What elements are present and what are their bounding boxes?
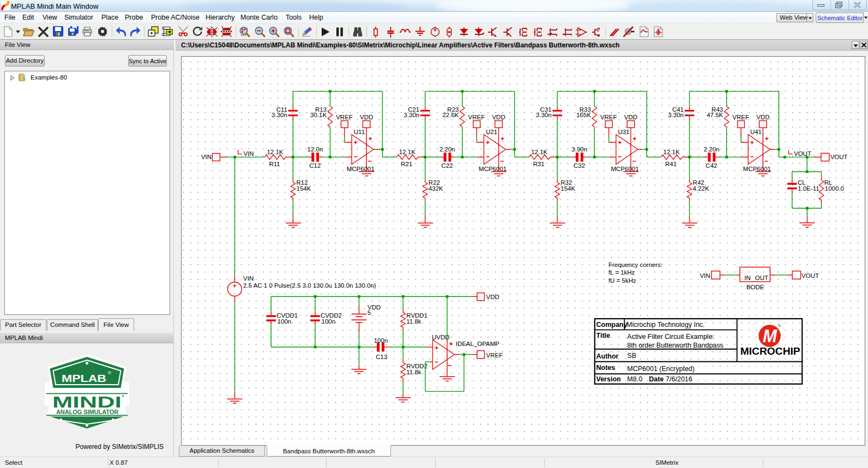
svg-text:12.1K: 12.1K xyxy=(531,149,547,155)
svg-text:3.30n: 3.30n xyxy=(403,112,419,118)
svg-text:U21: U21 xyxy=(486,129,497,135)
svg-text:R11: R11 xyxy=(269,161,280,167)
svg-text:1000.0: 1000.0 xyxy=(825,185,844,192)
svg-text:VDD: VDD xyxy=(624,114,637,120)
svg-text:ANALOG SIMULATOR: ANALOG SIMULATOR xyxy=(56,409,119,415)
svg-text:R21: R21 xyxy=(401,161,412,167)
svg-text:100n: 100n xyxy=(374,337,388,344)
svg-text:VREF: VREF xyxy=(600,114,617,120)
svg-text:Author: Author xyxy=(596,352,619,360)
svg-text:C22: C22 xyxy=(442,162,453,169)
svg-text:C12: C12 xyxy=(309,162,321,169)
svg-text:VOUT: VOUT xyxy=(830,154,848,160)
svg-text:5: 5 xyxy=(367,309,371,316)
svg-text:MCP6001: MCP6001 xyxy=(611,166,638,172)
svg-text:C32: C32 xyxy=(574,162,585,169)
svg-text:3.30n: 3.30n xyxy=(272,112,287,118)
svg-text:2.5 AC 1 0 Pulse(2.5 3.0 130.0: 2.5 AC 1 0 Pulse(2.5 3.0 130.0u 130.0n 1… xyxy=(243,282,376,289)
svg-text:MCP6001: MCP6001 xyxy=(347,166,375,172)
svg-text:Title: Title xyxy=(596,332,611,339)
svg-text:M8.0: M8.0 xyxy=(627,375,642,383)
svg-text:U11: U11 xyxy=(354,129,365,135)
svg-text:Microchip Technology Inc.: Microchip Technology Inc. xyxy=(626,321,705,329)
svg-text:MCP6001: MCP6001 xyxy=(479,166,507,172)
svg-text:22.6K: 22.6K xyxy=(442,112,459,118)
svg-text:VOUT: VOUT xyxy=(794,150,811,157)
svg-text:11.8k: 11.8k xyxy=(406,369,421,375)
svg-text:M: M xyxy=(763,326,777,346)
svg-text:MCP6001: MCP6001 xyxy=(743,166,771,172)
svg-text:OUT: OUT xyxy=(755,275,768,281)
svg-text:7/6/2016: 7/6/2016 xyxy=(666,375,692,383)
svg-text:VIN: VIN xyxy=(201,154,212,160)
svg-text:VOUT: VOUT xyxy=(801,272,819,279)
svg-text:VIN: VIN xyxy=(700,272,710,279)
svg-text:BODE: BODE xyxy=(746,284,764,290)
svg-text:1.0E-11: 1.0E-11 xyxy=(798,185,819,192)
svg-text:8th order Butterworth Bandpass: 8th order Butterworth Bandpass xyxy=(627,342,724,349)
svg-text:MCP6001 (Encrypted): MCP6001 (Encrypted) xyxy=(627,365,695,373)
svg-text:4.22K: 4.22K xyxy=(693,185,709,192)
svg-text:VREF: VREF xyxy=(486,352,503,358)
svg-text:Active Filter Circuit Example:: Active Filter Circuit Example: xyxy=(627,333,714,341)
svg-text:MICROCHIP: MICROCHIP xyxy=(740,346,800,357)
svg-text:IN: IN xyxy=(744,275,751,281)
svg-text:Company: Company xyxy=(596,321,628,329)
svg-text:U41: U41 xyxy=(750,129,762,135)
svg-text:30.1K: 30.1K xyxy=(310,112,327,118)
svg-text:VREF: VREF xyxy=(336,114,353,120)
svg-text:VDD: VDD xyxy=(492,114,505,120)
svg-text:12.1K: 12.1K xyxy=(664,149,680,155)
svg-text:VDD: VDD xyxy=(486,294,499,300)
svg-text:R41: R41 xyxy=(665,161,677,167)
svg-text:2.20n: 2.20n xyxy=(704,146,720,153)
svg-text:165K: 165K xyxy=(576,112,591,118)
svg-text:VIN: VIN xyxy=(243,150,254,157)
svg-text:VIN: VIN xyxy=(243,275,254,282)
svg-text:MPLAB: MPLAB xyxy=(62,373,106,384)
svg-text:C13: C13 xyxy=(376,354,387,360)
svg-text:47.5K: 47.5K xyxy=(707,112,723,118)
svg-text:3.30n: 3.30n xyxy=(536,112,552,118)
svg-text:Frequency corners:: Frequency corners: xyxy=(608,262,662,268)
svg-text:U31: U31 xyxy=(618,129,630,135)
svg-text:3.90n: 3.90n xyxy=(571,146,587,153)
svg-text:100n: 100n xyxy=(322,318,336,325)
svg-text:Notes: Notes xyxy=(596,364,616,372)
svg-text:Date: Date xyxy=(649,375,664,383)
svg-text:SB: SB xyxy=(627,352,636,360)
svg-text:3.30n: 3.30n xyxy=(668,112,684,118)
svg-text:12.1K: 12.1K xyxy=(399,149,415,155)
svg-text:VDD: VDD xyxy=(360,114,373,120)
svg-text:IDEAL_OPAMP: IDEAL_OPAMP xyxy=(456,341,500,347)
svg-text:Version: Version xyxy=(596,375,621,383)
svg-text:12.1K: 12.1K xyxy=(267,149,283,155)
svg-text:432K: 432K xyxy=(429,185,443,192)
svg-text:12.0n: 12.0n xyxy=(308,146,323,153)
svg-text:MINDI: MINDI xyxy=(52,393,122,411)
svg-text:2.20n: 2.20n xyxy=(439,146,455,153)
svg-text:VREF: VREF xyxy=(468,114,485,120)
svg-text:VREF: VREF xyxy=(732,114,749,120)
svg-text:154K: 154K xyxy=(560,185,575,192)
svg-text:C42: C42 xyxy=(706,162,717,169)
svg-text:154K: 154K xyxy=(297,185,311,192)
svg-text:R31: R31 xyxy=(533,161,545,167)
svg-text:VDD: VDD xyxy=(756,114,769,120)
svg-text:fU = 5kHz: fU = 5kHz xyxy=(608,277,636,284)
svg-text:fL = 1kHz: fL = 1kHz xyxy=(608,269,635,276)
svg-text:100n: 100n xyxy=(278,318,292,325)
svg-text:11.8k: 11.8k xyxy=(406,318,421,325)
